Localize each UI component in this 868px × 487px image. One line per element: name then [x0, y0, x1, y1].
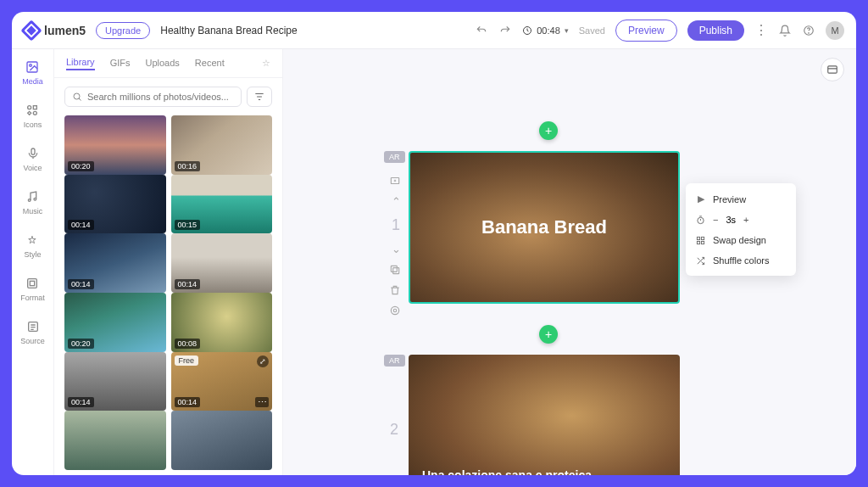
preview-button[interactable]: Preview: [615, 20, 677, 42]
publish-button[interactable]: Publish: [687, 20, 744, 41]
svg-rect-15: [828, 66, 837, 73]
ctx-shuffle-colors[interactable]: Shuffle colors: [686, 250, 796, 271]
layout-toggle-button[interactable]: [821, 58, 844, 81]
project-title: Healthy Banana Bread Recipe: [160, 25, 297, 36]
media-thumb[interactable]: 00:14: [64, 233, 166, 293]
svg-rect-24: [697, 241, 699, 244]
free-badge: Free: [175, 355, 199, 366]
ctx-swap-design[interactable]: Swap design: [686, 230, 796, 250]
ar-badge: AR: [384, 355, 405, 367]
scene-tools: ⌃ 1 ⌄: [389, 175, 403, 316]
search-input[interactable]: [64, 87, 242, 107]
media-thumb[interactable]: Free ⤢ 00:14 ⋯: [171, 352, 273, 411]
search-field[interactable]: [87, 92, 234, 102]
svg-point-5: [28, 106, 31, 109]
favorites-icon[interactable]: ☆: [262, 58, 270, 69]
move-up-icon[interactable]: ⌃: [389, 195, 403, 208]
voice-icon: [25, 146, 41, 161]
help-icon[interactable]: [802, 24, 815, 37]
chevron-down-icon: ▾: [565, 26, 569, 35]
hide-icon[interactable]: [389, 305, 403, 316]
search-icon: [72, 92, 82, 102]
svg-rect-22: [697, 237, 699, 239]
svg-point-10: [34, 198, 36, 200]
rail-music[interactable]: Music: [23, 186, 43, 219]
add-scene-button[interactable]: +: [539, 121, 558, 140]
rail-source[interactable]: Source: [20, 316, 45, 349]
media-thumb[interactable]: 00:14: [64, 352, 166, 411]
media-thumb[interactable]: 00:16: [171, 115, 273, 175]
expand-icon[interactable]: ⤢: [257, 355, 269, 367]
rail-icons[interactable]: Icons: [24, 99, 42, 132]
media-thumb[interactable]: [171, 411, 273, 470]
scene-context-menu: ▶ Preview − 3s + Swap design Shuffle col…: [686, 183, 796, 276]
media-tabs: Library GIFs Uploads Recent ☆: [54, 49, 282, 78]
left-rail: Media Icons Voice Music Style Format: [12, 49, 54, 475]
format-icon: [25, 276, 40, 291]
add-scene-button[interactable]: +: [539, 325, 558, 344]
svg-point-14: [74, 93, 80, 99]
thumb-more-icon[interactable]: ⋯: [255, 397, 269, 407]
ctx-duration: − 3s +: [686, 210, 796, 230]
filter-button[interactable]: [247, 87, 272, 107]
increase-duration-button[interactable]: +: [741, 215, 751, 225]
media-icon: [25, 59, 40, 75]
media-thumb[interactable]: 00:08: [171, 293, 273, 352]
svg-rect-18: [391, 266, 397, 271]
delete-icon[interactable]: [389, 284, 403, 296]
duration-value: 3s: [726, 215, 736, 225]
logo[interactable]: lumen5: [24, 23, 86, 38]
rail-voice[interactable]: Voice: [23, 143, 42, 176]
scene-number: 2: [390, 421, 398, 439]
play-icon: ▶: [696, 193, 706, 204]
rail-style[interactable]: Style: [24, 229, 41, 262]
style-icon: [25, 232, 40, 248]
rail-media[interactable]: Media: [22, 56, 43, 89]
upgrade-button[interactable]: Upgrade: [96, 22, 150, 39]
svg-rect-17: [393, 268, 399, 274]
rail-format[interactable]: Format: [20, 272, 45, 305]
scene-card-2[interactable]: Una colazione sana e proteica. Fit: [409, 355, 680, 475]
ar-badge: AR: [384, 151, 405, 163]
add-slide-icon[interactable]: [389, 175, 403, 187]
duration-text: 00:48: [537, 25, 560, 36]
svg-rect-25: [701, 241, 704, 244]
tab-uploads[interactable]: Uploads: [145, 58, 179, 70]
scene-2-title[interactable]: Una colazione sana e proteica.: [422, 467, 595, 475]
notifications-icon[interactable]: [778, 24, 792, 37]
layout-icon: [826, 64, 838, 76]
decrease-duration-button[interactable]: −: [710, 215, 721, 225]
svg-rect-11: [28, 279, 37, 288]
svg-rect-23: [701, 237, 704, 239]
media-thumb[interactable]: 00:20: [64, 293, 166, 352]
tab-library[interactable]: Library: [66, 57, 95, 70]
svg-point-2: [809, 32, 810, 33]
redo-button[interactable]: [498, 24, 512, 37]
media-thumb[interactable]: 00:15: [171, 175, 273, 234]
shuffle-icon: [696, 256, 706, 266]
scene-card-1[interactable]: Banana Bread: [409, 151, 680, 304]
scene-number: 1: [389, 216, 403, 234]
scene-1-title[interactable]: Banana Bread: [481, 216, 607, 238]
filter-icon: [253, 91, 265, 103]
avatar[interactable]: M: [826, 21, 844, 40]
music-icon: [25, 189, 40, 204]
app-name: lumen5: [44, 24, 86, 37]
duration-display[interactable]: 00:48 ▾: [522, 25, 569, 36]
ctx-preview[interactable]: ▶ Preview: [686, 188, 796, 210]
tab-gifs[interactable]: GIFs: [110, 58, 131, 70]
media-grid: 00:20 00:16 00:14 00:15 00:14 00:14 00:2…: [54, 115, 282, 475]
move-down-icon[interactable]: ⌄: [389, 243, 403, 255]
timer-icon: [696, 216, 705, 225]
media-thumb[interactable]: [64, 411, 166, 470]
clock-icon: [522, 25, 532, 36]
duplicate-icon[interactable]: [389, 264, 403, 276]
media-thumb[interactable]: 00:14: [171, 233, 273, 293]
svg-rect-12: [31, 281, 35, 285]
media-thumb[interactable]: 00:20: [64, 115, 166, 175]
more-menu-icon[interactable]: ⋮: [754, 24, 768, 37]
media-thumb[interactable]: 00:14: [64, 175, 166, 234]
undo-button[interactable]: [475, 24, 488, 37]
svg-point-4: [30, 64, 32, 67]
tab-recent[interactable]: Recent: [195, 58, 225, 70]
